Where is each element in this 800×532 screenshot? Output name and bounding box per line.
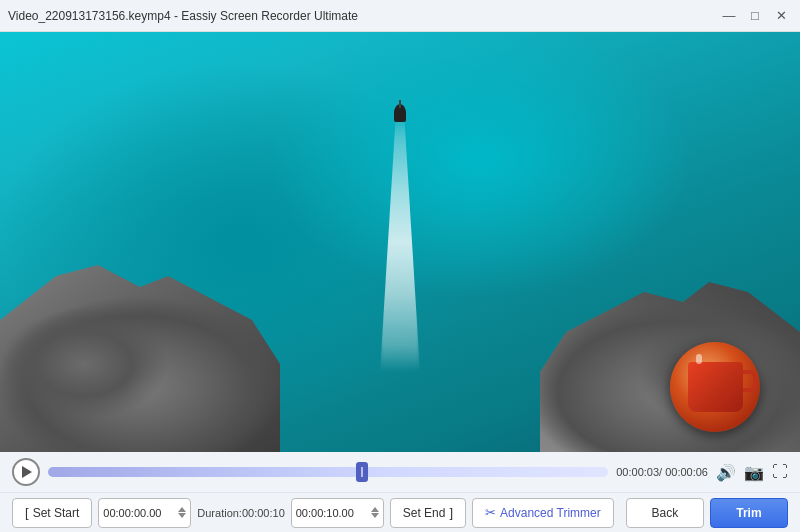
camera-icon[interactable]: 📷 xyxy=(744,463,764,482)
start-time-down[interactable] xyxy=(178,513,186,518)
buttons-row: [ Set Start 00:00:00.00 Duration:00:00:1… xyxy=(0,492,800,532)
controls-area: 00:00:03/ 00:00:06 🔊 📷 ⛶ [ Set Start 00:… xyxy=(0,452,800,532)
mug-overlay xyxy=(670,342,760,432)
fullscreen-icon[interactable]: ⛶ xyxy=(772,463,788,481)
set-end-button[interactable]: Set End ] xyxy=(390,498,466,528)
back-button[interactable]: Back xyxy=(626,498,704,528)
title-bar-controls: — □ ✕ xyxy=(718,5,792,27)
time-sep: / xyxy=(659,466,662,478)
time-display: 00:00:03/ 00:00:06 xyxy=(616,466,708,478)
play-icon xyxy=(22,466,32,478)
close-button[interactable]: ✕ xyxy=(770,5,792,27)
boat xyxy=(394,104,406,122)
start-time-arrows xyxy=(178,507,186,518)
set-start-button[interactable]: [ Set Start xyxy=(12,498,92,528)
mug-handle xyxy=(743,370,757,392)
set-end-label: Set End xyxy=(403,506,446,520)
minimize-button[interactable]: — xyxy=(718,5,740,27)
volume-icon[interactable]: 🔊 xyxy=(716,463,736,482)
timeline-track[interactable] xyxy=(48,467,608,477)
trim-button[interactable]: Trim xyxy=(710,498,788,528)
end-time-up[interactable] xyxy=(371,507,379,512)
bracket-left-icon: [ xyxy=(25,505,29,520)
title-bar: Video_220913173156.keymp4 - Eassiy Scree… xyxy=(0,0,800,32)
current-time: 00:00:03 xyxy=(616,466,659,478)
end-time-down[interactable] xyxy=(371,513,379,518)
start-time-value: 00:00:00.00 xyxy=(103,507,176,519)
mug-shape xyxy=(688,362,743,412)
end-time-arrows xyxy=(371,507,379,518)
title-bar-text: Video_220913173156.keymp4 - Eassiy Scree… xyxy=(8,9,718,23)
advanced-label: Advanced Trimmer xyxy=(500,506,601,520)
set-start-label: Set Start xyxy=(33,506,80,520)
maximize-button[interactable]: □ xyxy=(744,5,766,27)
scissors-icon: ✂ xyxy=(485,505,496,520)
bracket-right-icon: ] xyxy=(449,505,453,520)
end-time-input[interactable]: 00:00:10.00 xyxy=(291,498,384,528)
end-time-value: 00:00:10.00 xyxy=(296,507,369,519)
advanced-trimmer-button[interactable]: ✂ Advanced Trimmer xyxy=(472,498,614,528)
video-area xyxy=(0,32,800,452)
timeline-row: 00:00:03/ 00:00:06 🔊 📷 ⛶ xyxy=(0,452,800,492)
start-time-input[interactable]: 00:00:00.00 xyxy=(98,498,191,528)
play-button[interactable] xyxy=(12,458,40,486)
total-time: 00:00:06 xyxy=(665,466,708,478)
mug-steam xyxy=(696,354,702,364)
timeline-thumb[interactable] xyxy=(356,462,368,482)
duration-label: Duration:00:00:10 xyxy=(197,507,284,519)
start-time-up[interactable] xyxy=(178,507,186,512)
